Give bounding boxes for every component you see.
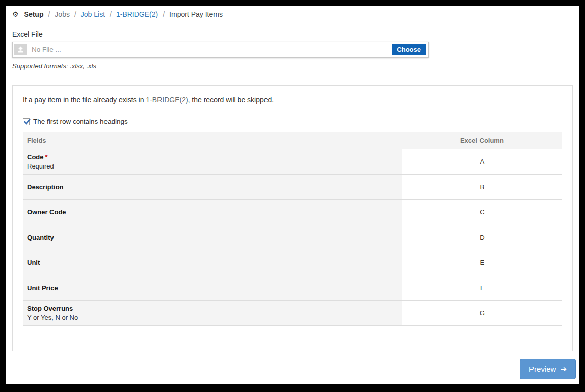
table-row: Unit PriceF (23, 275, 562, 301)
field-cell: Stop OverrunsY or Yes, N or No (23, 301, 402, 326)
excel-column-header: Excel Column (402, 132, 562, 149)
table-row: QuantityD (23, 225, 562, 250)
breadcrumb-separator: / (48, 10, 50, 18)
field-name: Unit Price (27, 284, 58, 292)
first-row-headings-row: The first row contains headings (23, 118, 562, 125)
breadcrumb-current-page: Import Pay Items (169, 10, 223, 18)
upload-icon (14, 44, 27, 55)
app-page: ⚙ Setup / Jobs / Job List / 1-BRIDGE(2) … (6, 6, 579, 384)
field-cell: Code*Required (23, 149, 402, 175)
page-content: Excel File Choose Supported formats: .xl… (6, 30, 579, 379)
field-cell: Owner Code (23, 200, 402, 225)
breadcrumb-jobs: Jobs (55, 10, 70, 18)
field-name: Stop Overruns (27, 305, 73, 312)
breadcrumb: ⚙ Setup / Jobs / Job List / 1-BRIDGE(2) … (6, 6, 579, 23)
excel-column-value: G (402, 301, 562, 326)
table-header-row: Fields Excel Column (23, 132, 562, 149)
breadcrumb-separator: / (163, 10, 165, 18)
breadcrumb-separator: / (110, 10, 112, 18)
skip-info-text: If a pay item in the file already exists… (23, 96, 562, 104)
field-cell: Unit Price (23, 275, 402, 301)
gear-icon: ⚙ (12, 11, 19, 18)
field-mapping-table: Fields Excel Column Code*RequiredADescri… (23, 132, 562, 326)
import-panel: If a pay item in the file already exists… (12, 85, 573, 351)
excel-column-value: C (402, 200, 562, 225)
required-asterisk: * (45, 153, 48, 161)
excel-column-value: E (402, 250, 562, 275)
field-cell: Quantity (23, 225, 402, 250)
file-name-field[interactable] (27, 46, 392, 53)
job-name-text: 1-BRIDGE(2) (146, 96, 188, 104)
supported-formats-hint: Supported formats: .xlsx, .xls (12, 62, 573, 70)
field-name: Unit (27, 259, 40, 266)
field-mapping-rows: Code*RequiredADescriptionBOwner CodeCQua… (23, 149, 562, 326)
field-name: Quantity (27, 234, 54, 241)
table-row: Owner CodeC (23, 200, 562, 225)
checkmark-icon (23, 118, 31, 126)
excel-file-label: Excel File (12, 30, 573, 38)
actions-bar: Preview ➔ (12, 359, 576, 379)
field-note: Required (27, 162, 398, 170)
window-frame: ⚙ Setup / Jobs / Job List / 1-BRIDGE(2) … (0, 0, 585, 392)
field-name: Owner Code (27, 208, 66, 216)
field-cell: Description (23, 175, 402, 200)
choose-file-button[interactable]: Choose (392, 44, 426, 55)
excel-column-value: B (402, 175, 562, 200)
breadcrumb-job-name-link[interactable]: 1-BRIDGE(2) (116, 10, 158, 18)
table-row: Stop OverrunsY or Yes, N or NoG (23, 301, 562, 326)
first-row-headings-label[interactable]: The first row contains headings (33, 118, 128, 125)
preview-button[interactable]: Preview ➔ (520, 359, 576, 379)
preview-button-label: Preview (529, 365, 556, 373)
field-name: Code (27, 153, 44, 161)
excel-column-value: D (402, 225, 562, 250)
table-row: DescriptionB (23, 175, 562, 200)
arrow-right-icon: ➔ (560, 365, 567, 373)
breadcrumb-separator: / (74, 10, 76, 18)
field-name: Description (27, 183, 64, 191)
field-note: Y or Yes, N or No (27, 314, 398, 321)
breadcrumb-job-list-link[interactable]: Job List (81, 10, 105, 18)
skip-info-prefix: If a pay item in the file already exists… (23, 96, 146, 104)
fields-column-header: Fields (23, 132, 402, 149)
table-row: Code*RequiredA (23, 149, 562, 175)
first-row-headings-checkbox[interactable] (23, 118, 30, 125)
table-row: UnitE (23, 250, 562, 275)
field-cell: Unit (23, 250, 402, 275)
file-input: Choose (12, 42, 429, 58)
skip-info-suffix: , the record will be skipped. (188, 96, 274, 104)
excel-column-value: F (402, 275, 562, 301)
excel-column-value: A (402, 149, 562, 175)
breadcrumb-setup[interactable]: Setup (24, 10, 44, 18)
